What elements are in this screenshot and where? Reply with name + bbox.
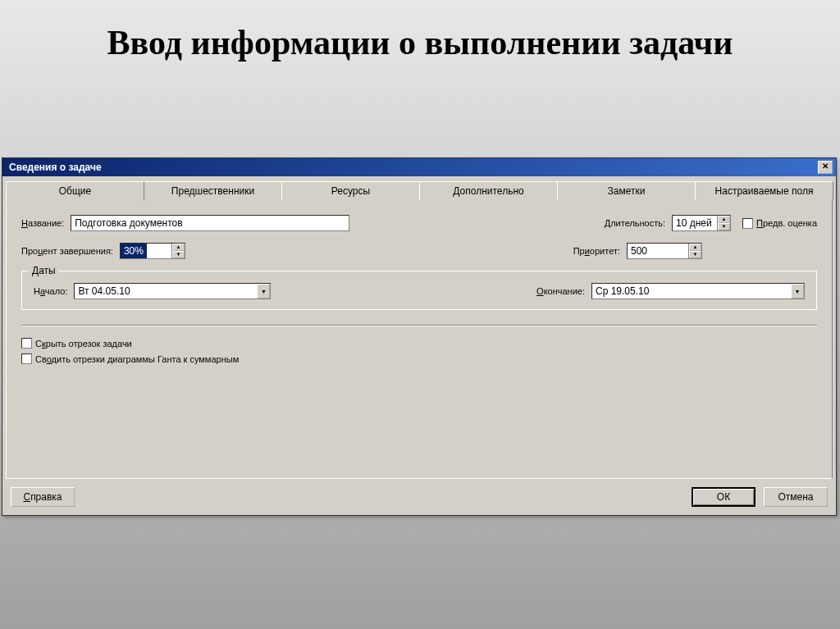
finish-label: Окончание: — [536, 286, 585, 296]
cancel-button[interactable]: Отмена — [764, 487, 828, 507]
checkbox-icon[interactable] — [21, 338, 32, 349]
rollup-label: Сводить отрезки диаграммы Ганта к суммар… — [35, 354, 239, 364]
spin-down-icon[interactable]: ▼ — [689, 251, 701, 258]
duration-spin-buttons[interactable]: ▲ ▼ — [717, 216, 730, 230]
slide-title: Ввод информации о выполнении задачи — [0, 0, 840, 71]
dialog-title: Сведения о задаче — [9, 162, 102, 173]
percent-spin-buttons[interactable]: ▲ ▼ — [171, 244, 185, 258]
name-duration-row: Название: Длительность: 10 дней ▲ ▼ Пред… — [21, 215, 817, 231]
tab-general[interactable]: Общие — [6, 181, 144, 201]
tab-custom-fields[interactable]: Настраиваемые поля — [695, 181, 833, 200]
task-info-dialog: Сведения о задаче ✕ Общие Предшественник… — [2, 157, 837, 516]
estimated-label: Предв. оценка — [756, 218, 817, 228]
button-bar: Справка ОК Отмена — [2, 482, 836, 515]
general-panel: Название: Длительность: 10 дней ▲ ▼ Пред… — [6, 200, 833, 479]
priority-label: Приоритет: — [573, 246, 620, 256]
rollup-row: Сводить отрезки диаграммы Ганта к суммар… — [21, 353, 817, 364]
close-button[interactable]: ✕ — [818, 161, 833, 174]
finish-value[interactable]: Ср 19.05.10 — [592, 284, 791, 299]
percent-spinner[interactable]: 30% ▲ ▼ — [120, 243, 185, 259]
dropdown-icon[interactable]: ▼ — [257, 284, 270, 299]
dates-group: Даты Начало: Вт 04.05.10 ▼ Окончание: Ср… — [21, 271, 817, 310]
duration-spinner[interactable]: 10 дней ▲ ▼ — [672, 215, 731, 231]
spin-down-icon[interactable]: ▼ — [718, 223, 730, 230]
hide-bar-row: Скрыть отрезок задачи — [21, 338, 817, 349]
duration-value[interactable]: 10 дней — [673, 216, 717, 230]
spin-up-icon[interactable]: ▲ — [172, 244, 185, 251]
help-button[interactable]: Справка — [11, 487, 75, 507]
spin-up-icon[interactable]: ▲ — [718, 216, 730, 223]
priority-spin-buttons[interactable]: ▲ ▼ — [688, 244, 701, 258]
duration-label: Длительность: — [605, 218, 665, 228]
tab-row: Общие Предшественники Ресурсы Дополнител… — [2, 176, 836, 200]
checkbox-icon[interactable] — [742, 218, 753, 229]
ok-button[interactable]: ОК — [692, 487, 756, 507]
checkbox-icon[interactable] — [21, 353, 32, 364]
percent-label: Процент завершения: — [21, 246, 113, 256]
tab-notes[interactable]: Заметки — [557, 181, 696, 200]
rollup-checkbox[interactable]: Сводить отрезки диаграммы Ганта к суммар… — [21, 353, 239, 364]
start-value[interactable]: Вт 04.05.10 — [75, 284, 257, 299]
percent-value[interactable]: 30% — [121, 244, 147, 258]
finish-combo[interactable]: Ср 19.05.10 ▼ — [591, 283, 805, 299]
right-buttons: ОК Отмена — [692, 487, 828, 507]
name-input[interactable] — [71, 215, 349, 231]
percent-priority-row: Процент завершения: 30% ▲ ▼ Приоритет: 5… — [21, 243, 817, 259]
tab-advanced[interactable]: Дополнительно — [419, 181, 558, 200]
priority-value[interactable]: 500 — [628, 244, 688, 258]
hide-bar-label: Скрыть отрезок задачи — [35, 339, 132, 349]
start-label: Начало: — [34, 286, 67, 296]
estimated-checkbox[interactable]: Предв. оценка — [742, 218, 817, 229]
spin-up-icon[interactable]: ▲ — [689, 244, 701, 251]
separator — [21, 325, 817, 326]
dates-legend: Даты — [29, 265, 59, 276]
tab-resources[interactable]: Ресурсы — [281, 181, 420, 200]
dialog-titlebar: Сведения о задаче ✕ — [2, 158, 836, 176]
name-label: Название: — [21, 218, 64, 228]
tab-predecessors[interactable]: Предшественники — [144, 181, 282, 200]
dates-row: Начало: Вт 04.05.10 ▼ Окончание: Ср 19.0… — [34, 283, 805, 299]
priority-spinner[interactable]: 500 ▲ ▼ — [627, 243, 702, 259]
start-combo[interactable]: Вт 04.05.10 ▼ — [74, 283, 271, 299]
hide-bar-checkbox[interactable]: Скрыть отрезок задачи — [21, 338, 132, 349]
spin-down-icon[interactable]: ▼ — [172, 251, 185, 258]
dropdown-icon[interactable]: ▼ — [791, 284, 804, 299]
